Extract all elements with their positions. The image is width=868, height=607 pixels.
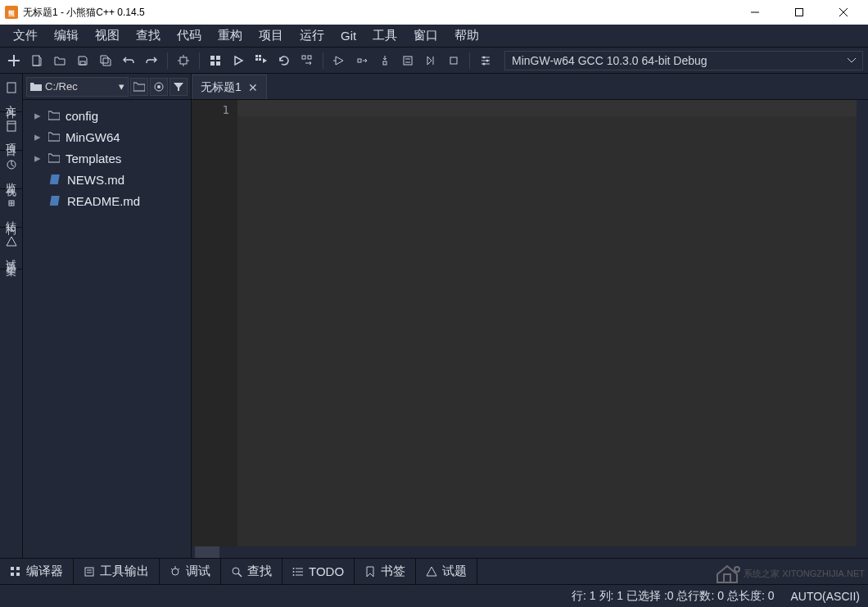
code-editor[interactable] <box>237 100 857 546</box>
menu-tools[interactable]: 工具 <box>364 26 405 45</box>
sidebar-tab-files[interactable]: 文件 <box>0 74 22 112</box>
undo-icon[interactable] <box>120 52 138 70</box>
step-into-icon[interactable] <box>376 52 394 70</box>
svg-rect-3 <box>796 9 803 16</box>
folder-icon <box>30 82 42 92</box>
compiler-dropdown[interactable]: MinGW-w64 GCC 10.3.0 64-bit Debug <box>504 51 863 70</box>
sidebar-tab-structure[interactable]: 结构 <box>0 189 22 228</box>
line-gutter: 1 <box>192 100 237 546</box>
menu-view[interactable]: 视图 <box>87 26 128 45</box>
tree-file[interactable]: README.md <box>26 190 188 211</box>
svg-line-57 <box>171 568 173 570</box>
svg-rect-47 <box>50 196 60 206</box>
bottom-tab-find[interactable]: 查找 <box>221 559 283 584</box>
encoding-indicator[interactable]: AUTO(ASCII) <box>790 590 860 603</box>
filter-button[interactable] <box>170 78 188 96</box>
continue-icon[interactable] <box>422 52 440 70</box>
bottom-tab-todo[interactable]: TODO <box>283 559 355 584</box>
tree-folder[interactable]: ▸ Templates <box>26 147 188 169</box>
bottom-tab-bookmarks[interactable]: 书签 <box>355 559 416 584</box>
close-tab-icon[interactable]: ✕ <box>248 81 258 94</box>
close-button[interactable] <box>829 1 858 24</box>
svg-rect-7 <box>80 61 85 65</box>
horizontal-scrollbar[interactable] <box>192 546 868 558</box>
svg-point-65 <box>293 571 295 573</box>
menu-search[interactable]: 查找 <box>128 26 169 45</box>
path-selector[interactable]: C:/Rec ▾ <box>26 77 129 97</box>
sidebar-tab-project[interactable]: 项目 <box>0 112 22 151</box>
cursor-position: 行: 1 列: 1 已选择 :0 总行数: 0 总长度: 0 <box>572 589 774 604</box>
menu-run[interactable]: 运行 <box>292 26 332 45</box>
menu-help[interactable]: 帮助 <box>446 26 487 45</box>
bottom-tab-compiler[interactable]: 编译器 <box>0 559 74 584</box>
open-icon[interactable] <box>51 52 69 70</box>
target-icon[interactable] <box>174 52 192 70</box>
svg-rect-17 <box>255 55 258 57</box>
bottom-tab-problems[interactable]: 试题 <box>416 559 477 584</box>
svg-rect-49 <box>16 567 20 570</box>
active-line <box>237 100 857 116</box>
separator <box>199 52 200 69</box>
folder-icon <box>47 111 61 120</box>
run-icon[interactable] <box>229 52 247 70</box>
chevron-down-icon: ▾ <box>119 80 124 93</box>
save-all-icon[interactable] <box>97 52 115 70</box>
folder-icon <box>47 132 61 142</box>
bookmark-icon <box>364 566 376 578</box>
stop-debug-icon[interactable] <box>445 52 463 70</box>
window-title: 无标题1 - 小熊猫C++ 0.14.5 <box>23 6 740 20</box>
minimize-button[interactable] <box>740 1 770 24</box>
menu-refactor[interactable]: 重构 <box>210 26 251 45</box>
svg-rect-25 <box>383 61 387 65</box>
step-out-icon[interactable] <box>399 52 417 70</box>
editor-tab-bar: 无标题1 ✕ <box>192 74 868 100</box>
new-document-icon[interactable] <box>28 52 46 70</box>
svg-rect-67 <box>724 574 730 582</box>
svg-rect-21 <box>302 56 305 59</box>
separator <box>469 52 470 69</box>
options-icon[interactable] <box>477 52 495 70</box>
svg-rect-8 <box>180 57 187 64</box>
editor-tab[interactable]: 无标题1 ✕ <box>192 75 267 99</box>
rebuild-icon[interactable] <box>275 52 293 70</box>
compile-icon <box>10 566 21 578</box>
watermark-logo <box>714 563 740 584</box>
bottom-tab-debug[interactable]: 调试 <box>160 559 221 584</box>
folder-button[interactable] <box>130 78 148 96</box>
status-bar: 行: 1 列: 1 已选择 :0 总行数: 0 总长度: 0 AUTO(ASCI… <box>0 584 868 607</box>
bottom-tab-output[interactable]: 工具输出 <box>74 559 160 584</box>
separator <box>167 52 168 69</box>
menu-window[interactable]: 窗口 <box>405 26 446 45</box>
scroll-thumb[interactable] <box>195 546 219 558</box>
warning-icon <box>426 566 437 578</box>
tree-folder[interactable]: ▸ config <box>26 105 188 126</box>
vertical-scrollbar[interactable] <box>857 100 868 546</box>
save-icon[interactable] <box>74 52 92 70</box>
locate-button[interactable] <box>150 78 168 96</box>
maximize-button[interactable] <box>784 1 814 24</box>
window-titlebar: 熊 无标题1 - 小熊猫C++ 0.14.5 <box>0 0 868 25</box>
stop-icon[interactable] <box>298 52 316 70</box>
debug-icon <box>170 566 181 578</box>
svg-point-36 <box>483 62 486 65</box>
tree-file[interactable]: NEWS.md <box>26 169 188 190</box>
debug-icon[interactable] <box>330 52 348 70</box>
new-file-icon[interactable] <box>5 52 23 70</box>
sidebar-tab-problems[interactable]: 试题集 <box>0 228 22 270</box>
menu-git[interactable]: Git <box>332 27 364 44</box>
svg-rect-37 <box>7 83 16 93</box>
tree-folder[interactable]: ▸ MinGW64 <box>26 126 188 147</box>
expand-icon: ▸ <box>34 108 43 123</box>
svg-rect-6 <box>33 56 39 66</box>
menu-edit[interactable]: 编辑 <box>46 26 87 45</box>
menu-code[interactable]: 代码 <box>169 26 210 45</box>
sidebar-tab-watch[interactable]: 监视 <box>0 151 22 189</box>
redo-icon[interactable] <box>142 52 160 70</box>
compile-run-icon[interactable] <box>252 52 270 70</box>
compile-icon[interactable] <box>206 52 224 70</box>
menu-project[interactable]: 项目 <box>251 26 292 45</box>
menu-file[interactable]: 文件 <box>5 26 46 45</box>
step-over-icon[interactable] <box>353 52 371 70</box>
svg-point-34 <box>483 56 486 58</box>
svg-rect-48 <box>11 567 14 570</box>
